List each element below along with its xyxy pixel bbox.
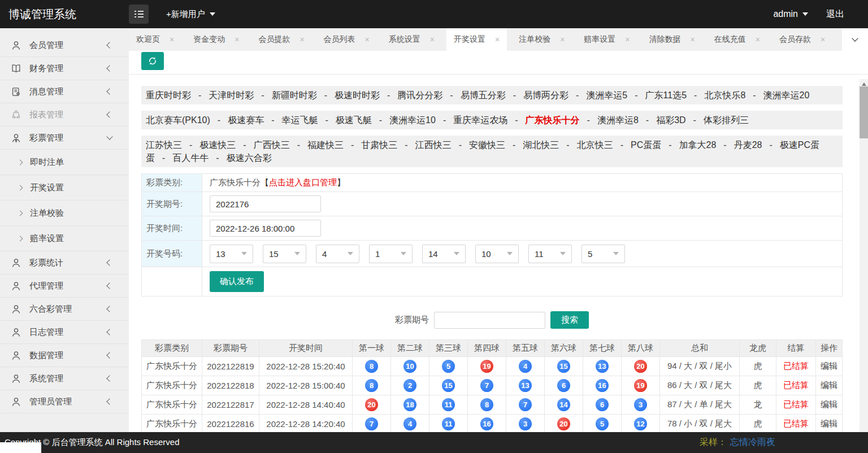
refresh-button[interactable]: [141, 52, 164, 70]
close-icon[interactable]: ×: [235, 35, 239, 44]
lottery-link-极速快三[interactable]: 极速快三: [199, 140, 236, 150]
draw-number-select-7[interactable]: 11: [528, 245, 572, 263]
tab-系统设置[interactable]: 系统设置×: [381, 28, 442, 51]
tab-注单校验[interactable]: 注单校验×: [511, 28, 572, 51]
lottery-link-北京快乐8[interactable]: 北京快乐8: [704, 90, 745, 100]
tab-赔率设置[interactable]: 赔率设置×: [576, 28, 637, 51]
sidebar-toggle-button[interactable]: [129, 5, 149, 24]
lottery-link-腾讯分分彩[interactable]: 腾讯分分彩: [397, 90, 442, 100]
sidebar-subitem-赔率设置[interactable]: 赔率设置: [0, 226, 129, 251]
lottery-link-澳洲幸运20[interactable]: 澳洲幸运20: [763, 90, 810, 100]
lottery-link-重庆幸运农场[interactable]: 重庆幸运农场: [453, 115, 507, 125]
lottery-link-百人牛牛[interactable]: 百人牛牛: [172, 153, 209, 163]
admin-dropdown[interactable]: admin: [773, 9, 808, 19]
lottery-link-幸运飞艇[interactable]: 幸运飞艇: [281, 115, 318, 125]
lottery-link-极速飞艇[interactable]: 极速飞艇: [336, 115, 372, 125]
sidebar-item-1[interactable]: 财务管理: [0, 57, 129, 80]
lottery-link-易博两分彩[interactable]: 易博两分彩: [523, 90, 568, 100]
lottery-link-广东11选5[interactable]: 广东11选5: [645, 90, 687, 100]
close-icon[interactable]: ×: [170, 35, 174, 44]
lottery-link-PC蛋蛋[interactable]: PC蛋蛋: [631, 140, 661, 150]
sidebar-item-11[interactable]: 管理员管理: [0, 390, 129, 413]
sidebar-item-2[interactable]: 消息管理: [0, 80, 129, 103]
lottery-link-北京快三[interactable]: 北京快三: [577, 140, 613, 150]
lottery-link-北京赛车(PK10)[interactable]: 北京赛车(PK10): [146, 115, 210, 125]
sidebar-subitem-开奖设置[interactable]: 开奖设置: [0, 175, 129, 201]
edit-link[interactable]: 编辑: [821, 399, 837, 409]
sidebar-item-8[interactable]: 日志管理: [0, 321, 129, 344]
lottery-link-极速时时彩[interactable]: 极速时时彩: [335, 90, 380, 100]
lottery-link-安徽快三[interactable]: 安徽快三: [469, 140, 505, 150]
lottery-link-新疆时时彩[interactable]: 新疆时时彩: [272, 90, 317, 100]
publish-button[interactable]: 确认发布: [210, 271, 264, 292]
draw-number-select-6[interactable]: 10: [475, 245, 519, 263]
sample-author-link[interactable]: 忘情冷雨夜: [730, 437, 775, 448]
lottery-link-天津时时彩[interactable]: 天津时时彩: [209, 90, 254, 100]
draw-number-select-4[interactable]: 1: [369, 245, 413, 263]
lottery-link-极速六合彩[interactable]: 极速六合彩: [227, 153, 272, 163]
close-icon[interactable]: ×: [756, 35, 760, 44]
close-icon[interactable]: ×: [691, 35, 695, 44]
tab-会员存款[interactable]: 会员存款×: [772, 28, 832, 51]
draw-number-select-1[interactable]: 13: [210, 245, 253, 263]
sidebar-item-9[interactable]: 数据管理: [0, 344, 129, 367]
lottery-link-广西快三[interactable]: 广西快三: [254, 140, 290, 150]
sidebar-item-7[interactable]: 六合彩管理: [0, 298, 129, 321]
close-icon[interactable]: ×: [821, 35, 825, 44]
edit-link[interactable]: 编辑: [821, 419, 837, 428]
issue-input[interactable]: [210, 195, 321, 212]
lottery-link-广东快乐十分[interactable]: 广东快乐十分: [526, 115, 580, 125]
scroll-up-icon[interactable]: [862, 82, 866, 86]
close-icon[interactable]: ×: [365, 35, 370, 44]
close-icon[interactable]: ×: [495, 35, 500, 44]
draw-number-select-8[interactable]: 5: [581, 245, 625, 263]
tab-会员列表[interactable]: 会员列表×: [316, 28, 377, 51]
lottery-link-易博五分彩[interactable]: 易博五分彩: [461, 90, 506, 100]
lottery-link-福建快三[interactable]: 福建快三: [307, 140, 344, 150]
sidebar-item-5[interactable]: 彩票统计: [0, 251, 129, 275]
draw-number-select-2[interactable]: 15: [263, 245, 306, 263]
vertical-scrollbar[interactable]: [860, 79, 868, 453]
lottery-link-重庆时时彩[interactable]: 重庆时时彩: [146, 90, 191, 100]
search-input[interactable]: [434, 312, 545, 329]
lottery-link-澳洲幸运5[interactable]: 澳洲幸运5: [586, 90, 627, 100]
add-user-dropdown[interactable]: +新增用户: [166, 9, 215, 20]
draw-number-select-3[interactable]: 4: [316, 245, 359, 263]
lottery-link-体彩排列三[interactable]: 体彩排列三: [704, 115, 749, 125]
sidebar-subitem-即时注单[interactable]: 即时注单: [0, 150, 129, 175]
lottery-link-福彩3D[interactable]: 福彩3D: [656, 115, 685, 125]
tab-在线充值[interactable]: 在线充值×: [707, 28, 767, 51]
tabs-overflow-button[interactable]: [842, 28, 868, 51]
close-icon[interactable]: ×: [625, 35, 630, 44]
lottery-link-江苏快三[interactable]: 江苏快三: [146, 140, 182, 150]
time-input[interactable]: [210, 220, 321, 237]
sidebar-item-3[interactable]: 报表管理: [0, 103, 129, 127]
sidebar-item-0[interactable]: 会员管理: [0, 34, 129, 57]
draw-number-select-5[interactable]: 14: [422, 245, 466, 263]
sidebar-item-6[interactable]: 代理管理: [0, 275, 129, 298]
tab-欢迎页[interactable]: 欢迎页×: [129, 28, 181, 51]
market-manage-link[interactable]: 点击进入盘口管理: [269, 177, 337, 187]
edit-link[interactable]: 编辑: [821, 361, 837, 371]
lottery-link-澳洲幸运8[interactable]: 澳洲幸运8: [597, 115, 639, 125]
scrollbar-thumb[interactable]: [860, 86, 868, 138]
lottery-link-加拿大28[interactable]: 加拿大28: [679, 140, 717, 150]
lottery-link-丹麦28[interactable]: 丹麦28: [734, 140, 762, 150]
close-icon[interactable]: ×: [430, 35, 435, 44]
sidebar-item-10[interactable]: 系统管理: [0, 367, 129, 390]
sidebar-item-4[interactable]: 彩票管理: [0, 127, 129, 150]
tab-清除数据[interactable]: 清除数据×: [642, 28, 702, 51]
tab-开奖设置[interactable]: 开奖设置×: [446, 28, 507, 51]
close-icon[interactable]: ×: [300, 35, 304, 44]
lottery-link-极速赛车[interactable]: 极速赛车: [228, 115, 264, 125]
close-icon[interactable]: ×: [560, 35, 565, 44]
tab-资金变动[interactable]: 资金变动×: [186, 28, 246, 51]
lottery-link-澳洲幸运10[interactable]: 澳洲幸运10: [389, 115, 436, 125]
tab-会员提款[interactable]: 会员提款×: [251, 28, 311, 51]
lottery-link-湖北快三[interactable]: 湖北快三: [523, 140, 559, 150]
logout-button[interactable]: 退出: [826, 8, 844, 20]
sidebar-subitem-注单校验[interactable]: 注单校验: [0, 201, 129, 226]
lottery-link-江西快三[interactable]: 江西快三: [415, 140, 452, 150]
search-button[interactable]: 搜索: [550, 311, 589, 329]
lottery-link-甘肃快三[interactable]: 甘肃快三: [361, 140, 397, 150]
